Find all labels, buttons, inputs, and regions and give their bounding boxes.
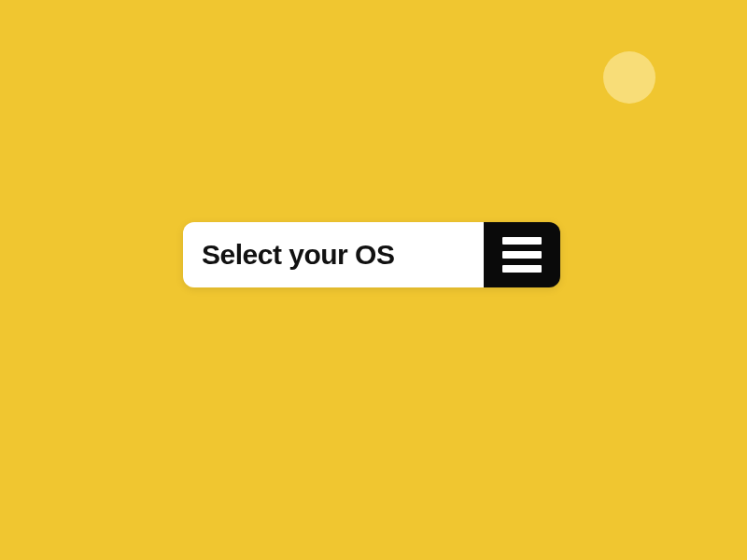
os-dropdown[interactable]: Select your OS xyxy=(183,222,560,287)
hamburger-line xyxy=(502,237,542,245)
hamburger-line xyxy=(502,265,542,273)
hamburger-line xyxy=(502,251,542,259)
dropdown-label-area: Select your OS xyxy=(183,222,484,287)
dropdown-label: Select your OS xyxy=(202,239,394,271)
dropdown-toggle-button[interactable] xyxy=(484,222,560,287)
decorative-circle xyxy=(603,51,655,104)
hamburger-icon xyxy=(502,237,542,273)
